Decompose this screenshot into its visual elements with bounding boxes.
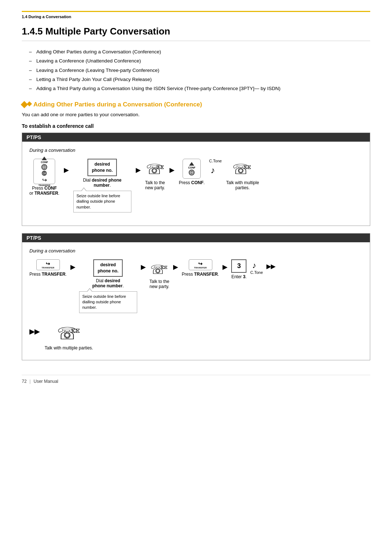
bullet-list: Adding Other Parties during a Conversati… xyxy=(29,48,370,92)
ptps-box-1: PT/PS During a conversation CONF OR xyxy=(22,133,370,226)
transfer-col-2: ↪ TRANSFER Press TRANSFER. xyxy=(182,259,219,277)
step2-3-label: Talk to thenew party. xyxy=(150,279,170,289)
step2-6-label: Talk with multiple parties. xyxy=(45,345,93,351)
svg-text:⧖⧖: ⧖⧖ xyxy=(243,164,251,170)
desired-phone-box-1: desiredphone no. xyxy=(87,159,117,176)
transfer-text-2: TRANSFER xyxy=(194,267,207,269)
number-box: 3 xyxy=(231,259,246,273)
desired-phone-text-2: desiredphone no. xyxy=(98,262,118,274)
list-item: Adding Other Parties during a Conversati… xyxy=(29,48,370,56)
ctone-col-2: ♪ C.Tone xyxy=(250,259,263,275)
desired-phone-text: desiredphone no. xyxy=(92,161,113,174)
curved-arrow-icon: ↪ xyxy=(42,261,54,267)
circle-icon-2 xyxy=(189,170,195,175)
phone-talk-col-2: ☏ ⧖⧖ Talk with multipleparties. xyxy=(226,159,259,190)
conf-button-icon: CONF OR ↪ TRANSFER xyxy=(33,159,55,184)
section-heading-text: Adding Other Parties during a Conversati… xyxy=(33,101,202,108)
triangle-icon-2 xyxy=(189,162,194,166)
curved-arrow-icon-2: ↪ xyxy=(194,261,207,267)
step2-2-label: Dial desiredphone number. xyxy=(92,278,124,288)
ptps-header-1: PT/PS xyxy=(22,133,370,142)
arrow-2-3: ▶ xyxy=(173,263,178,271)
arrow-2-2: ▶ xyxy=(141,263,146,271)
transfer-label: TRANSFER xyxy=(38,184,50,186)
step3-label: Talk to thenew party. xyxy=(145,180,165,190)
step5-label: Talk with multipleparties. xyxy=(226,180,259,190)
step2-label: Dial desired phonenumber. xyxy=(83,178,122,188)
desired-phone-col-2: desiredphone no. Dial desiredphone numbe… xyxy=(79,259,137,313)
desired-phone-col: desiredphone no. Dial desired phonenumbe… xyxy=(73,159,131,212)
arrow-2-1: ▶ xyxy=(70,263,75,271)
phone-talk-col-1: ☏ ⧖⧖ Talk to thenew party. xyxy=(145,159,165,190)
diamond-icon xyxy=(21,101,28,108)
arrow-2: ▶ xyxy=(136,166,141,174)
list-item: Leaving a Conference (Leaving Three-part… xyxy=(29,67,370,74)
during-conversation-2: During a conversation xyxy=(29,248,363,254)
svg-text:♪: ♪ xyxy=(252,261,256,270)
ptps-content-1: During a conversation CONF OR ↪ xyxy=(22,142,370,226)
double-arrow-icon: ▶▶ xyxy=(266,263,275,270)
ctone-label-2: C.Tone xyxy=(250,270,263,275)
note-box-1: Seize outside line before dialling outsi… xyxy=(73,191,131,212)
ptps-header-2: PT/PS xyxy=(22,234,370,242)
phone-talk-col-4: ☏ ⧖⧖ Talk with multiple parties. xyxy=(45,320,93,351)
diamond-small-icon xyxy=(27,101,32,106)
arrow-3: ▶ xyxy=(170,166,175,174)
during-conversation-1: During a conversation xyxy=(29,147,363,153)
step2-5-label: Enter 3. xyxy=(231,274,246,279)
double-arrow-icon-2: ▶▶ xyxy=(29,328,40,336)
footer-separator: | xyxy=(29,379,30,384)
svg-text:⧖⧖: ⧖⧖ xyxy=(71,327,80,334)
phone-talk-icon-2: ☏ ⧖⧖ xyxy=(232,159,253,179)
note-icon-1: ♪ xyxy=(210,164,221,175)
phone-talk-col-3: ☏ ⧖⧖ Talk to thenew party. xyxy=(150,259,170,289)
list-item: Adding a Third Party during a Conversati… xyxy=(29,85,370,92)
ptps-box-2: PT/PS During a conversation ↪ TRANSFER P… xyxy=(22,233,370,360)
list-item: Leaving a Conference (Unattended Confere… xyxy=(29,57,370,65)
footer-manual: User Manual xyxy=(33,379,58,384)
footer: 72 | User Manual xyxy=(22,375,370,384)
step1-label: Press CONFor TRANSFER. xyxy=(29,186,60,196)
note-icon-2: ♪ xyxy=(252,259,262,270)
step2-4-label: Press TRANSFER. xyxy=(182,272,219,277)
section-desc: You can add one or more parties to your … xyxy=(22,112,370,117)
list-item: Letting a Third Party Join Your Call (Pr… xyxy=(29,76,370,83)
header-bar: 1.4 During a Conversation xyxy=(22,11,370,19)
number-col: 3 Enter 3. xyxy=(231,259,246,279)
conf-label-2: CONF xyxy=(188,166,195,169)
conf-col-2: CONF Press CONF. xyxy=(179,159,205,185)
triangle-icon xyxy=(42,157,47,160)
ctone-col-1: C.Tone ♪ xyxy=(209,159,222,175)
transfer-text: TRANSFER xyxy=(42,267,54,269)
phone-talk-icon-4: ☏ ⧖⧖ xyxy=(56,320,82,344)
svg-text:♪: ♪ xyxy=(211,166,215,175)
transfer-button-icon: ↪ TRANSFER xyxy=(36,259,60,270)
or-badge: OR xyxy=(42,171,47,176)
transfer-curved-icon: ↪ xyxy=(42,177,47,183)
double-arrow-1: ▶▶ xyxy=(266,263,275,270)
note-box-2: Seize outside line before dialling outsi… xyxy=(79,291,137,313)
arrow-1: ▶ xyxy=(64,166,69,174)
svg-text:⧖⧖: ⧖⧖ xyxy=(160,264,168,270)
double-arrow-col: ▶▶ xyxy=(29,320,40,336)
step4-label: Press CONF. xyxy=(179,180,205,185)
ctone-label-1: C.Tone xyxy=(209,159,222,163)
phone-talk-icon-1: ☏ ⧖⧖ xyxy=(145,159,165,179)
svg-text:⧖⧖: ⧖⧖ xyxy=(156,164,164,170)
note-callout-2: Seize outside line before dialling outsi… xyxy=(79,291,137,313)
conf-transfer-col: CONF OR ↪ TRANSFER Press CONFor TRANSFER… xyxy=(29,159,60,196)
step2-1-label: Press TRANSFER. xyxy=(29,272,67,277)
phone-talk-icon-3: ☏ ⧖⧖ xyxy=(150,259,170,278)
desired-phone-box-2: desiredphone no. xyxy=(93,259,123,277)
page-container: 1.4 During a Conversation 1.4.5 Multiple… xyxy=(0,0,392,398)
transfer-col-1: ↪ TRANSFER Press TRANSFER. xyxy=(29,259,67,277)
transfer-button-2-icon: ↪ TRANSFER xyxy=(189,259,212,270)
ptps-content-2: During a conversation ↪ TRANSFER Press T… xyxy=(22,242,370,360)
page-number: 72 xyxy=(22,379,26,384)
callout-fill xyxy=(81,188,86,191)
header-section-title: 1.4 During a Conversation xyxy=(22,15,71,19)
page-title: 1.4.5 Multiple Party Conversation xyxy=(22,26,370,41)
circle-icon xyxy=(41,164,47,170)
section-heading: Adding Other Parties during a Conversati… xyxy=(22,101,370,108)
callout-fill-2 xyxy=(87,289,92,292)
